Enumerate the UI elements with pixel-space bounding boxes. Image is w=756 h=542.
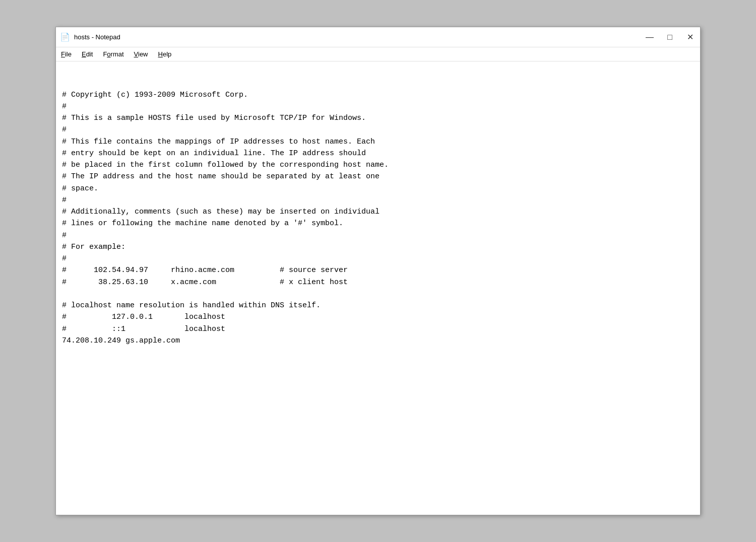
editor-area[interactable]: # Copyright (c) 1993-2009 Microsoft Corp…: [56, 61, 700, 515]
editor-line: [62, 288, 694, 300]
title-bar: 📄 hosts - Notepad — □ ✕: [56, 27, 700, 47]
editor-line: # This is a sample HOSTS file used by Mi…: [62, 112, 694, 124]
menu-edit[interactable]: Edit: [77, 48, 98, 60]
editor-line: # The IP address and the host name shoul…: [62, 171, 694, 182]
editor-line: # 102.54.94.97 rhino.acme.com # source s…: [62, 264, 694, 276]
editor-line: # This file contains the mappings of IP …: [62, 136, 694, 148]
editor-line: # lines or following the machine name de…: [62, 218, 694, 229]
menu-help[interactable]: Help: [153, 48, 177, 60]
menu-view[interactable]: View: [129, 48, 153, 60]
editor-line: #: [62, 194, 694, 206]
editor-line: # space.: [62, 183, 694, 194]
editor-line: # ::1 localhost: [62, 323, 694, 335]
menu-format[interactable]: Format: [98, 48, 129, 60]
title-bar-controls: — □ ✕: [644, 31, 696, 43]
menu-file[interactable]: File: [56, 48, 77, 60]
editor-line: #: [62, 230, 694, 241]
notepad-icon: 📄: [60, 32, 70, 42]
editor-line: # localhost name resolution is handled w…: [62, 300, 694, 311]
editor-line: # 38.25.63.10 x.acme.com # x client host: [62, 277, 694, 288]
editor-line: #: [62, 124, 694, 136]
maximize-button[interactable]: □: [664, 31, 676, 43]
editor-line: # 127.0.0.1 localhost: [62, 311, 694, 323]
editor-line: #: [62, 253, 694, 264]
editor-line: # Copyright (c) 1993-2009 Microsoft Corp…: [62, 89, 694, 101]
editor-line: # be placed in the first column followed…: [62, 159, 694, 171]
minimize-button[interactable]: —: [644, 31, 656, 43]
editor-line: # Additionally, comments (such as these)…: [62, 206, 694, 218]
editor-line: # entry should be kept on an individual …: [62, 148, 694, 159]
menu-bar: File Edit Format View Help: [56, 47, 700, 61]
editor-line: # For example:: [62, 241, 694, 253]
close-button[interactable]: ✕: [684, 31, 696, 43]
editor-line: #: [62, 101, 694, 112]
title-bar-left: 📄 hosts - Notepad: [60, 32, 120, 42]
notepad-window: 📄 hosts - Notepad — □ ✕ File Edit Format…: [55, 27, 701, 515]
editor-line: 74.208.10.249 gs.apple.com: [62, 335, 694, 347]
window-title: hosts - Notepad: [74, 33, 120, 41]
